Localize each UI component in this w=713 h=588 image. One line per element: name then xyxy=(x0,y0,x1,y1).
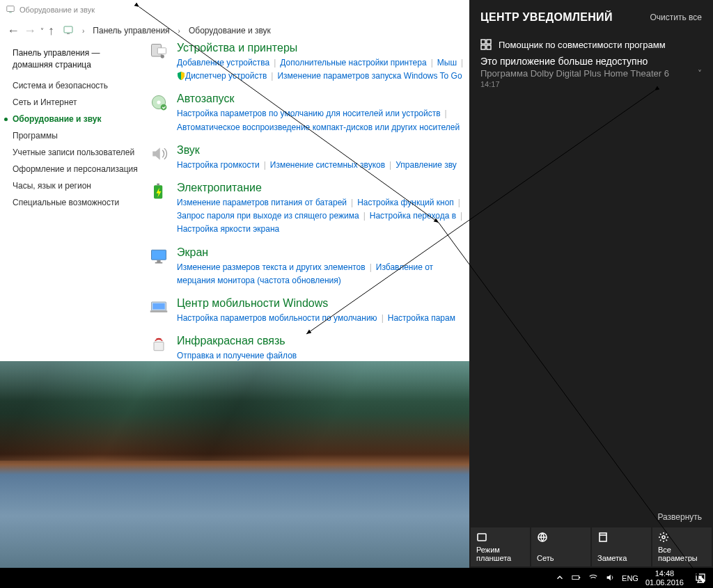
sublink[interactable]: Настройка перехода в xyxy=(370,211,456,221)
breadcrumb-root[interactable]: Панель управления xyxy=(90,24,172,37)
sidebar-item[interactable]: Система и безопасность xyxy=(13,81,138,90)
devices-icon xyxy=(149,42,169,61)
sidebar-item[interactable]: Программы xyxy=(13,131,138,141)
svg-rect-26 xyxy=(600,533,606,541)
svg-rect-13 xyxy=(157,260,160,262)
svg-rect-17 xyxy=(152,303,165,310)
svg-rect-16 xyxy=(150,310,168,312)
category-title[interactable]: Экран xyxy=(177,246,469,259)
quick-action-note[interactable]: Заметка xyxy=(592,527,651,566)
svg-rect-30 xyxy=(696,574,705,580)
tray-chevron-up-icon[interactable] xyxy=(555,573,565,584)
language-indicator[interactable]: ENG xyxy=(622,574,638,582)
up-button[interactable]: ↑ xyxy=(48,24,54,37)
svg-rect-29 xyxy=(579,577,581,578)
chevron-right-icon: › xyxy=(79,26,87,36)
sublink[interactable]: Настройка параметров по умолчанию для но… xyxy=(177,109,441,118)
sidebar-item[interactable]: Оборудование и звук xyxy=(13,114,138,124)
svg-point-27 xyxy=(662,536,665,539)
svg-rect-20 xyxy=(481,40,485,44)
svg-rect-28 xyxy=(572,575,579,579)
action-center-title: ЦЕНТР УВЕДОМЛЕНИЙ xyxy=(480,11,613,24)
window-title: Оборудование и звук xyxy=(19,6,95,14)
notification-app-name: Помощник по совместимости программ xyxy=(499,40,666,50)
volume-icon[interactable] xyxy=(605,573,615,584)
sublink[interactable]: Изменение параметров запуска Windows To … xyxy=(277,71,462,81)
notification-card[interactable]: Помощник по совместимости программ Это п… xyxy=(480,36,702,91)
sublink[interactable]: Настройка функций кноп xyxy=(357,198,454,207)
power-icon xyxy=(149,182,169,201)
svg-rect-0 xyxy=(7,6,15,12)
screen-icon xyxy=(149,246,169,266)
quick-action-globe[interactable]: Сеть xyxy=(531,527,590,566)
breadcrumb-current[interactable]: Оборудование и звук xyxy=(186,24,274,37)
sidebar-item[interactable]: Сеть и Интернет xyxy=(13,97,138,107)
tablet-icon xyxy=(476,532,524,544)
mobility-icon xyxy=(149,297,169,317)
wifi-icon[interactable] xyxy=(588,573,598,584)
notification-subtitle: Программа Dolby Digital Plus Home Theate… xyxy=(480,68,669,79)
svg-rect-11 xyxy=(157,184,159,186)
expand-button[interactable]: Развернуть xyxy=(469,512,713,527)
svg-rect-1 xyxy=(9,12,12,13)
sublink[interactable]: Добавление устройства xyxy=(177,58,269,67)
svg-rect-23 xyxy=(487,45,491,49)
svg-point-8 xyxy=(157,101,160,104)
sublink[interactable]: Автоматическое воспроизведение компакт-д… xyxy=(177,122,460,132)
category-title[interactable]: Электропитание xyxy=(177,182,469,194)
category-title[interactable]: Центр мобильности Windows xyxy=(177,297,469,310)
sidebar-item[interactable]: Учетные записи пользователей xyxy=(13,148,138,157)
svg-rect-2 xyxy=(64,26,72,33)
category-title[interactable]: Звук xyxy=(177,144,469,157)
sublink[interactable]: Диспетчер устройств xyxy=(185,71,267,81)
sidebar-home-link[interactable]: Панель управления — домашняя страница xyxy=(13,47,138,71)
svg-rect-22 xyxy=(481,45,485,49)
svg-rect-18 xyxy=(154,342,164,351)
sidebar-item[interactable]: Специальные возможности xyxy=(13,198,138,207)
notification-time: 14:17 xyxy=(480,80,702,88)
sublink[interactable]: Настройка параметров мобильности по умол… xyxy=(177,313,377,323)
sublink[interactable]: Изменение параметров питания от батарей xyxy=(177,198,347,207)
chevron-right-icon: › xyxy=(175,26,183,36)
chevron-down-icon[interactable]: ˅ xyxy=(698,69,702,79)
sublink[interactable]: Изменение размеров текста и других элеме… xyxy=(177,262,366,272)
back-button[interactable]: ← xyxy=(7,24,19,37)
quick-action-tablet[interactable]: Режим планшета xyxy=(471,527,530,566)
sublink[interactable]: Запрос пароля при выходе из спящего режи… xyxy=(177,211,359,221)
notification-heading: Это приложение больше недоступно xyxy=(480,56,702,67)
category-title[interactable]: Автозапуск xyxy=(177,93,469,105)
battery-icon[interactable] xyxy=(572,573,581,584)
svg-point-9 xyxy=(161,104,167,111)
svg-rect-5 xyxy=(157,48,166,54)
sidebar-item[interactable]: Оформление и персонализация xyxy=(13,164,138,174)
category-title[interactable]: Устройства и принтеры xyxy=(177,42,469,54)
svg-rect-24 xyxy=(478,534,486,541)
settings-icon xyxy=(658,532,706,544)
taskbar-clock[interactable]: 14:48 01.06.2016 xyxy=(645,569,684,587)
sublink[interactable]: Мыш xyxy=(437,58,457,67)
sublink[interactable]: Настройка громкости xyxy=(177,160,260,170)
sublink[interactable]: Настройка яркости экрана xyxy=(177,224,279,234)
autoplay-icon xyxy=(149,93,169,112)
clear-all-button[interactable]: Очистить все xyxy=(650,13,702,22)
control-panel-icon xyxy=(60,23,77,39)
forward-button[interactable]: → xyxy=(24,24,36,37)
svg-rect-21 xyxy=(487,40,491,44)
quick-action-settings[interactable]: Все параметры xyxy=(652,527,712,566)
sublink[interactable]: Управление зву xyxy=(395,160,457,170)
sublink[interactable]: Настройка парам xyxy=(388,313,455,323)
sublink[interactable]: Изменение системных звуков xyxy=(270,160,385,170)
history-dropdown[interactable]: ˅ xyxy=(40,27,44,35)
clock-date: 01.06.2016 xyxy=(645,578,684,587)
infrared-icon xyxy=(149,335,169,354)
svg-rect-12 xyxy=(152,250,166,260)
category-title[interactable]: Инфракрасная связь xyxy=(177,335,469,347)
app-icon xyxy=(480,39,492,50)
svg-rect-14 xyxy=(155,262,163,263)
action-center-button[interactable] xyxy=(691,568,710,588)
breadcrumb[interactable]: › Панель управления › Оборудование и зву… xyxy=(60,23,274,39)
sidebar-item[interactable]: Часы, язык и регион xyxy=(13,181,138,191)
svg-point-6 xyxy=(161,54,164,58)
sublink[interactable]: Дополнительные настройки принтера xyxy=(280,58,426,67)
sublink[interactable]: Отправка и получение файлов xyxy=(177,351,297,360)
